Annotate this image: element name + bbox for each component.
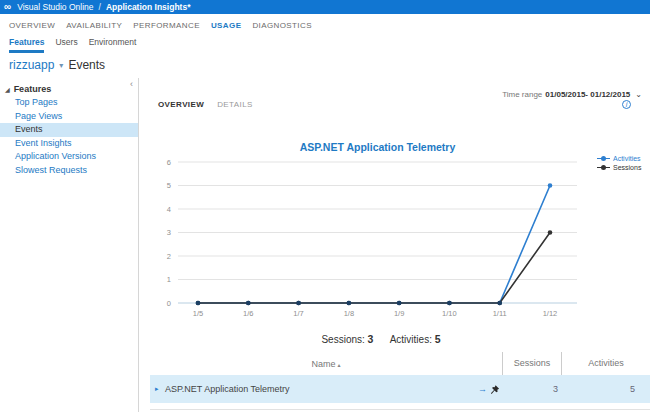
legend-sessions-label: Sessions [613, 164, 641, 171]
table-bottom-border [150, 403, 650, 410]
project-title: Application Insights* [106, 2, 191, 12]
goto-arrow-icon[interactable]: → [478, 385, 487, 394]
column-header-sessions[interactable]: Sessions [502, 352, 561, 375]
telemetry-chart: 01234561/51/61/71/81/91/101/111/12 [140, 128, 600, 323]
visual-studio-logo-icon: ∞ [4, 0, 11, 14]
row-sessions-value: 3 [502, 384, 561, 394]
chevron-down-icon[interactable]: ▾ [59, 61, 63, 70]
svg-text:1: 1 [167, 275, 171, 284]
svg-text:5: 5 [167, 181, 171, 190]
nav-overview[interactable]: OVERVIEW [9, 21, 55, 30]
subnav-users[interactable]: Users [55, 37, 77, 47]
svg-text:1/12: 1/12 [543, 309, 558, 318]
sidebar-items: Top Pages Page Views Events Event Insigh… [0, 96, 138, 177]
sidebar-group-label: Features [14, 84, 52, 94]
nav-availability[interactable]: AVAILABILITY [66, 21, 122, 30]
sort-asc-icon: ▴ [338, 362, 341, 368]
sessions-total-label: Sessions: [321, 334, 364, 345]
svg-text:6: 6 [167, 158, 171, 167]
svg-text:0: 0 [167, 299, 171, 308]
sidebar-item-events[interactable]: Events [0, 123, 138, 137]
legend-activities-label: Activities [613, 155, 641, 162]
column-header-activities[interactable]: Activities [561, 352, 650, 375]
table-header: Name▴ Sessions Activities [150, 352, 650, 375]
nav-diagnostics[interactable]: DIAGNOSTICS [252, 21, 312, 30]
svg-text:1/9: 1/9 [394, 309, 404, 318]
nav-performance[interactable]: PERFORMANCE [133, 21, 200, 30]
events-table: Name▴ Sessions Activities ▸ ASP.NET Appl… [150, 352, 650, 410]
svg-text:2: 2 [167, 252, 171, 261]
sidebar-item-top-pages[interactable]: Top Pages [0, 96, 138, 110]
secondary-nav: Features Users Environment [9, 37, 136, 53]
time-range-picker[interactable]: Time range 01/05/2015- 01/12/2015 ⌄ [502, 90, 642, 99]
svg-text:1/6: 1/6 [243, 309, 253, 318]
top-bar: ∞ Visual Studio Online / Application Ins… [0, 0, 650, 14]
sidebar-item-event-insights[interactable]: Event Insights [0, 137, 138, 151]
page-title: Events [68, 58, 105, 72]
totals-summary: Sessions: 3 Activities: 5 [150, 333, 612, 345]
tab-details[interactable]: DETAILS [217, 100, 253, 109]
svg-text:1/5: 1/5 [193, 309, 203, 318]
row-name-label: ASP.NET Application Telemetry [165, 384, 290, 394]
legend-activities[interactable]: Activities [597, 154, 641, 163]
subnav-environment[interactable]: Environment [89, 37, 137, 47]
nav-usage[interactable]: USAGE [211, 21, 241, 30]
subnav-features[interactable]: Features [9, 37, 44, 53]
time-range-value: 01/05/2015- 01/12/2015 [545, 90, 630, 99]
sidebar-group-features[interactable]: ◢ Features [5, 84, 51, 94]
table-row[interactable]: ▸ ASP.NET Application Telemetry → 3 5 [150, 375, 650, 403]
sessions-marker-icon [597, 166, 610, 169]
tab-overview[interactable]: OVERVIEW [158, 100, 204, 109]
svg-text:1/11: 1/11 [493, 309, 507, 318]
sidebar-item-application-versions[interactable]: Application Versions [0, 150, 138, 164]
svg-text:1/8: 1/8 [344, 309, 354, 318]
sidebar-collapse-icon[interactable]: ‹ [130, 79, 133, 89]
expand-triangle-icon: ◢ [5, 86, 10, 93]
pushpin-icon[interactable] [489, 384, 500, 395]
sidebar-item-slowest-requests[interactable]: Slowest Requests [0, 164, 138, 178]
svg-text:3: 3 [167, 228, 171, 237]
row-expand-icon[interactable]: ▸ [155, 385, 159, 393]
breadcrumb: rizzuapp ▾ Events [9, 58, 105, 72]
breadcrumb-separator: / [99, 2, 101, 12]
app-selector[interactable]: rizzuapp [9, 58, 54, 72]
row-name-cell: ▸ ASP.NET Application Telemetry → [150, 384, 502, 394]
legend-sessions[interactable]: Sessions [597, 163, 641, 172]
info-icon[interactable]: i [622, 100, 631, 109]
svg-text:4: 4 [167, 205, 171, 214]
sessions-total-value: 3 [368, 333, 374, 345]
activities-total-label: Activities: [390, 334, 432, 345]
time-range-label: Time range [502, 90, 542, 99]
chevron-down-icon[interactable]: ⌄ [635, 90, 642, 99]
column-header-name[interactable]: Name▴ [150, 359, 502, 369]
svg-text:1/10: 1/10 [442, 309, 457, 318]
content-tabs: OVERVIEW DETAILS [158, 100, 253, 109]
row-actions: → [478, 384, 500, 395]
app-window: ∞ Visual Studio Online / Application Ins… [0, 0, 650, 412]
sidebar-item-page-views[interactable]: Page Views [0, 110, 138, 124]
row-activities-value: 5 [561, 384, 650, 394]
primary-nav: OVERVIEW AVAILABILITY PERFORMANCE USAGE … [9, 14, 312, 36]
chart-legend: Activities Sessions [597, 154, 641, 172]
sidebar: ‹ ◢ Features Top Pages Page Views Events… [0, 78, 139, 412]
svg-text:1/7: 1/7 [293, 309, 303, 318]
activities-total-value: 5 [435, 333, 441, 345]
activities-marker-icon [597, 157, 610, 160]
brand-title: Visual Studio Online [17, 2, 93, 12]
